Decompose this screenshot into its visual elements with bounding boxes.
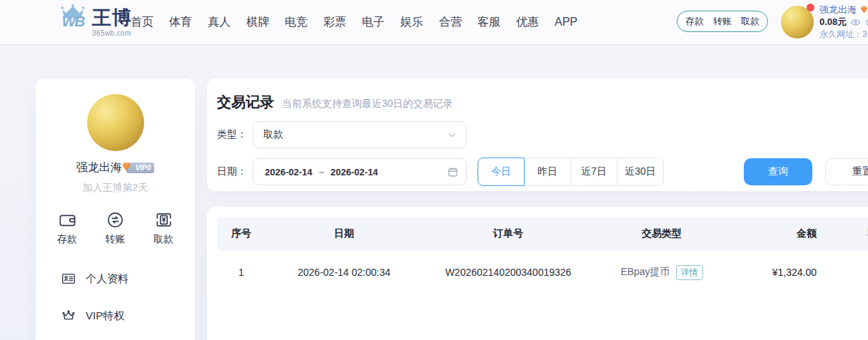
col-type: 交易类型: [594, 227, 730, 240]
transaction-table-card: 序号 日期 订单号 交易类型 金额 状态 1 2026-02-14 02:00:…: [207, 207, 868, 340]
avatar[interactable]: [781, 6, 814, 38]
sidebar-name-row: 强龙出海 VIP0: [36, 160, 195, 175]
type-label: 类型：: [217, 128, 253, 141]
nav-item-board[interactable]: 棋牌: [246, 15, 269, 30]
refresh-icon[interactable]: [864, 17, 868, 28]
range-7days-button[interactable]: 近7日: [570, 158, 617, 186]
sidebar-item-label: VIP特权: [86, 309, 124, 323]
nav-item-slots[interactable]: 电子: [362, 15, 385, 30]
quick-action-label: 转账: [106, 233, 126, 246]
logo-wb-letters: WB: [62, 14, 84, 29]
table-row: 1 2026-02-14 02:00:34 W20260214020034001…: [217, 251, 868, 294]
cell-amount: ¥1,324.00: [730, 267, 838, 278]
col-status: 状态: [838, 227, 868, 240]
transaction-type-text: EBpay提币: [620, 266, 670, 279]
quick-action-label: 存款: [57, 233, 77, 246]
chevron-down-icon: [446, 129, 458, 141]
notification-dot: [807, 4, 814, 11]
date-filter-row: 日期： 2026-02-14 ~ 2026-02-14 今日 昨日 近7日 近3…: [207, 158, 868, 186]
nav-item-app[interactable]: APP: [555, 16, 577, 29]
type-filter-row: 类型： 取款: [207, 121, 868, 148]
nav-item-entertainment[interactable]: 娱乐: [400, 15, 423, 30]
cell-order-no: W202602140200340019326: [423, 267, 594, 278]
nav-item-home[interactable]: 首页: [131, 15, 153, 30]
quick-actions: 存款 转账 取款: [36, 210, 195, 246]
logo-text: 王博 365wb.com: [92, 8, 132, 37]
col-amount: 金额: [730, 227, 838, 240]
nav-item-lottery[interactable]: 彩票: [323, 15, 346, 30]
sidebar-item-profile[interactable]: 个人资料: [36, 260, 195, 297]
sidebar-avatar[interactable]: [87, 94, 144, 151]
eye-icon[interactable]: [850, 17, 861, 28]
date-range-input[interactable]: 2026-02-14 ~ 2026-02-14: [253, 158, 467, 185]
transaction-filter-card: 交易记录 当前系统支持查询最近30日的交易记录 类型： 取款 日期： 2026-…: [207, 78, 868, 191]
quick-action-transfer[interactable]: 转账: [106, 210, 126, 246]
date-range-group: 今日 昨日 近7日 近30日: [478, 158, 664, 186]
crown-wb-logo-icon: WB: [60, 4, 86, 29]
balance-value: 0.08元: [819, 16, 847, 29]
vip-badge: VIP0: [126, 163, 155, 173]
search-button[interactable]: 查询: [744, 158, 812, 185]
sidebar-menu: 个人资料 VIP特权: [36, 260, 195, 334]
quick-action-withdraw[interactable]: 取款: [153, 210, 173, 246]
crown-icon: [61, 308, 76, 324]
main-nav: 首页 体育 真人 棋牌 电竞 彩票 电子 娱乐 合营 客服 优惠 APP: [131, 0, 577, 44]
cell-status: 成功: [838, 266, 868, 279]
wallet-icon: [58, 210, 77, 230]
cell-date: 2026-02-14 02:00:34: [266, 267, 423, 278]
type-select-value: 取款: [253, 128, 283, 141]
nav-item-promo[interactable]: 优惠: [516, 15, 539, 30]
sidebar-item-label: 个人资料: [86, 272, 128, 286]
id-card-icon: [61, 271, 76, 287]
cell-index: 1: [217, 267, 266, 278]
quick-action-label: 取款: [153, 233, 173, 246]
date-end-value: 2026-02-14: [330, 167, 378, 177]
col-order-no: 订单号: [423, 227, 594, 240]
page: WB 王博 365wb.com 首页 体育 真人 棋牌 电竞 彩票 电子 娱乐 …: [0, 0, 868, 340]
col-index: 序号: [217, 227, 266, 240]
quick-action-deposit[interactable]: 存款: [57, 210, 77, 246]
reset-button[interactable]: 重置: [825, 158, 868, 185]
join-days-text: 加入王博第2天: [36, 182, 195, 195]
user-info: 强龙出海 0.08元 永久网址：3: [819, 4, 868, 41]
withdraw-icon: [154, 210, 173, 230]
nav-item-support[interactable]: 客服: [478, 15, 500, 30]
nav-item-sports[interactable]: 体育: [169, 15, 192, 30]
sidebar-username: 强龙出海: [76, 160, 122, 175]
sidebar-item-vip[interactable]: VIP特权: [36, 297, 195, 334]
date-separator: ~: [319, 167, 325, 177]
date-label: 日期：: [217, 165, 253, 178]
topbar-deposit-link[interactable]: 存款: [685, 15, 704, 28]
page-subtitle: 当前系统支持查询最近30日的交易记录: [282, 98, 453, 110]
type-select[interactable]: 取款: [253, 121, 467, 148]
col-date: 日期: [266, 227, 423, 240]
brand-name: 王博: [92, 8, 132, 28]
topbar: WB 王博 365wb.com 首页 体育 真人 棋牌 电竞 彩票 电子 娱乐 …: [0, 0, 868, 44]
topbar-withdraw-link[interactable]: 取款: [741, 15, 760, 28]
nav-item-esports[interactable]: 电竞: [285, 15, 308, 30]
vip-gem-icon: [859, 4, 868, 15]
page-title: 交易记录: [217, 93, 274, 112]
range-yesterday-button[interactable]: 昨日: [524, 158, 571, 186]
title-row: 交易记录 当前系统支持查询最近30日的交易记录: [207, 78, 868, 112]
nav-item-affiliate[interactable]: 合营: [439, 15, 462, 30]
transfer-icon: [106, 210, 125, 230]
cell-type: EBpay提币 详情: [594, 265, 730, 280]
brand-domain: 365wb.com: [92, 29, 132, 37]
calendar-icon: [447, 166, 459, 178]
nav-item-live[interactable]: 真人: [208, 15, 231, 30]
vip-badge-label: VIP0: [136, 164, 151, 172]
range-30days-button[interactable]: 近30日: [617, 158, 664, 186]
topbar-transfer-link[interactable]: 转账: [713, 15, 732, 28]
vip-gem-icon: [120, 160, 133, 173]
range-today-button[interactable]: 今日: [478, 158, 525, 186]
wallet-actions-pill: 存款 转账 取款: [677, 11, 768, 32]
detail-link[interactable]: 详情: [676, 265, 703, 280]
brand-logo[interactable]: WB 王博 365wb.com: [60, 4, 132, 37]
date-start-value: 2026-02-14: [265, 167, 313, 177]
username[interactable]: 强龙出海: [819, 4, 857, 16]
table-header-row: 序号 日期 订单号 交易类型 金额 状态: [217, 217, 868, 251]
permanent-url[interactable]: 永久网址：3: [819, 29, 868, 41]
profile-sidebar: 强龙出海 VIP0 加入王博第2天 存款: [36, 78, 195, 340]
